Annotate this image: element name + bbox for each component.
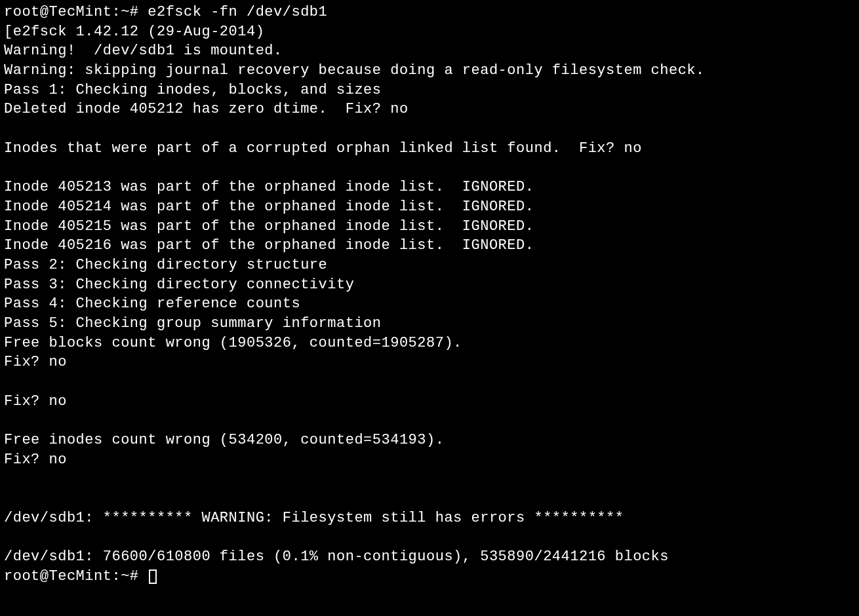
summary-output: /dev/sdb1: 76600/610800 files (0.1% non-… [4,547,855,567]
pass5-output: Pass 5: Checking group summary informati… [4,314,855,334]
free-blocks-output: Free blocks count wrong (1905326, counte… [4,334,855,353]
inode-ignored-output: Inode 405216 was part of the orphaned in… [4,236,855,256]
free-inodes-output: Free inodes count wrong (534200, counted… [4,431,855,450]
command-text: e2fsck -fn /dev/sdb1 [148,4,327,20]
blank-line [4,470,855,490]
blank-line [4,528,855,548]
blank-line [4,489,855,509]
warning-errors-output: /dev/sdb1: ********** WARNING: Filesyste… [4,509,855,528]
blank-line [4,372,855,392]
blank-line [4,119,855,139]
pass1-output: Pass 1: Checking inodes, blocks, and siz… [4,81,855,100]
pass3-output: Pass 3: Checking directory connectivity [4,275,855,295]
warning-mounted: Warning! /dev/sdb1 is mounted. [4,41,855,61]
inode-ignored-output: Inode 405213 was part of the orphaned in… [4,178,855,197]
version-output: [e2fsck 1.42.12 (29-Aug-2014) [4,22,855,42]
blank-line [4,159,855,178]
fix-no-output: Fix? no [4,353,855,372]
deleted-inode-output: Deleted inode 405212 has zero dtime. Fix… [4,100,855,119]
pass2-output: Pass 2: Checking directory structure [4,256,855,275]
blank-line [4,411,855,431]
shell-prompt: root@TecMint:~# [4,4,148,20]
orphan-found-output: Inodes that were part of a corrupted orp… [4,139,855,159]
inode-ignored-output: Inode 405215 was part of the orphaned in… [4,217,855,237]
prompt-line[interactable]: root@TecMint:~# [4,567,855,587]
fix-no-output: Fix? no [4,450,855,470]
fix-no-output: Fix? no [4,392,855,412]
inode-ignored-output: Inode 405214 was part of the orphaned in… [4,197,855,217]
shell-prompt: root@TecMint:~# [4,567,148,587]
pass4-output: Pass 4: Checking reference counts [4,294,855,314]
cursor-icon [149,569,157,584]
warning-journal: Warning: skipping journal recovery becau… [4,61,855,81]
command-line: root@TecMint:~# e2fsck -fn /dev/sdb1 [4,3,855,22]
